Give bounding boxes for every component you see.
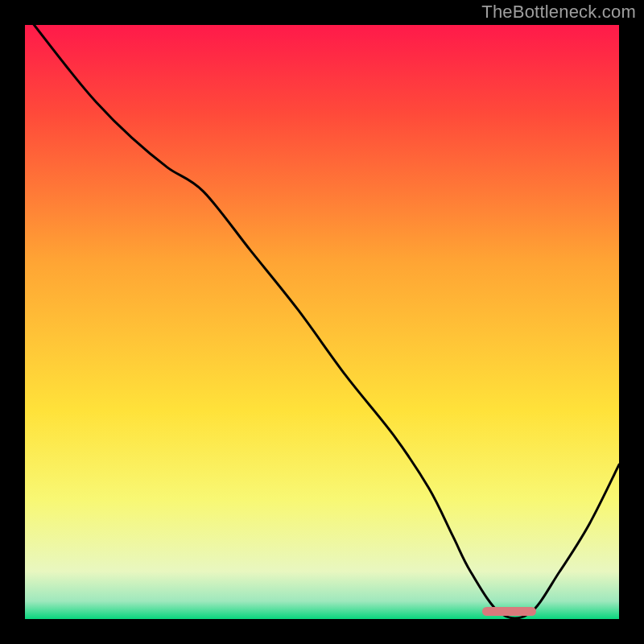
watermark-text: TheBottleneck.com [481, 2, 636, 23]
plot-area [25, 25, 619, 619]
bottleneck-curve [25, 25, 619, 619]
curve-path [25, 25, 619, 618]
chart-stage: TheBottleneck.com [0, 0, 644, 644]
optimal-marker [482, 607, 535, 616]
